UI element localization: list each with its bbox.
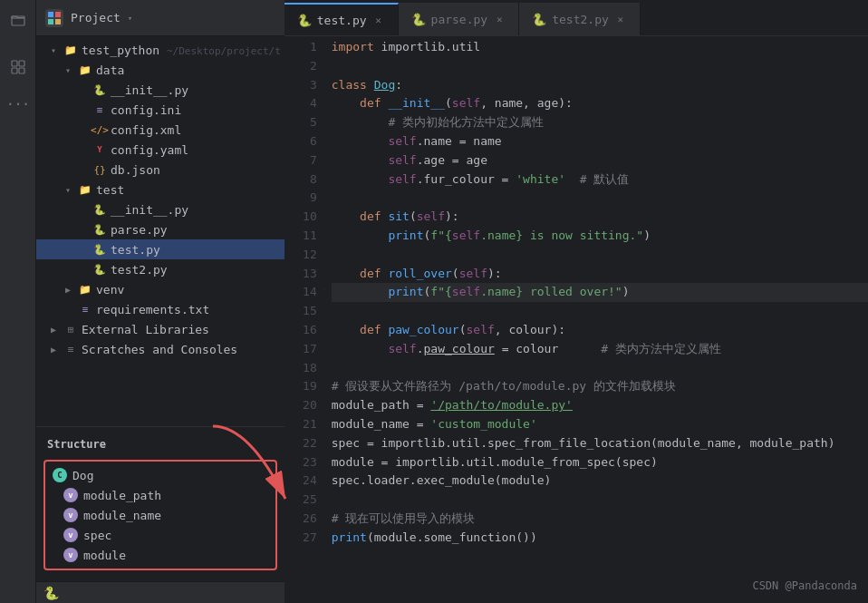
json-file-icon: {} [92,162,107,177]
scratches-label: Scratches and Consoles [82,343,237,356]
tab-close-button[interactable]: ✕ [372,14,385,26]
struct-spec[interactable]: v spec [45,525,275,545]
folder-label: venv [96,283,124,297]
var-icon: v [63,548,78,562]
code-lines: import importlib.util class Dog: def __i… [324,36,868,603]
tree-init-py[interactable]: 🐍 __init__.py [36,80,285,100]
file-label: parse.py [111,223,168,237]
folder-icon: 📁 [78,63,92,77]
tab-test2-py[interactable]: 🐍 test2.py ✕ [519,3,641,35]
svg-rect-3 [12,68,17,73]
code-line: def roll_over(self): [332,265,868,284]
code-editor[interactable]: 1 2 3 4 5 6 7 8 9 10 11 12 13 14 15 16 1… [285,36,868,603]
code-line: # 现在可以使用导入的模块 [332,510,868,529]
struct-label: module_path [83,489,161,502]
file-label: test.py [111,243,160,257]
folder-tool-icon[interactable] [5,7,31,33]
tab-close-button[interactable]: ✕ [493,13,506,25]
tree-config-xml[interactable]: </> config.xml [36,120,285,140]
struct-module-name[interactable]: v module_name [45,505,275,525]
xml-file-icon: </> [92,122,107,137]
var-icon: v [63,508,78,522]
struct-module-path[interactable]: v module_path [45,485,275,505]
yaml-file-icon: Y [92,142,107,157]
code-line [332,302,868,321]
tab-close-button[interactable]: ✕ [614,13,627,25]
svg-rect-8 [55,19,61,24]
project-toolbar: Project ▾ [36,0,285,36]
folder-icon: 📁 [78,182,92,197]
structure-title: Structure [36,434,285,456]
svg-rect-2 [19,61,24,66]
file-label: config.xml [111,123,181,137]
tab-icon: 🐍 [532,13,546,26]
svg-rect-6 [55,12,61,17]
tree-test-py[interactable]: 🐍 test.py [36,239,285,259]
struct-label: spec [83,529,111,542]
struct-label: module_name [83,509,161,522]
app-icon [45,9,63,27]
py-file-icon: 🐍 [92,202,107,217]
struct-label: module [83,549,126,562]
expand-arrow: ▾ [65,185,76,195]
class-icon: C [53,468,67,482]
scratches-icon: ≡ [63,342,78,356]
code-line: # 假设要从文件路径为 /path/to/module.py 的文件加载模块 [332,377,868,396]
tree-external-libs[interactable]: ▶ ⊞ External Libraries [36,319,285,339]
tree-parse-py[interactable]: 🐍 parse.py [36,219,285,239]
py-file-icon: 🐍 [92,83,107,97]
tree-venv-folder[interactable]: ▶ 📁 venv [36,279,285,299]
libs-icon: ⊞ [63,322,78,336]
code-line [332,359,868,378]
line-numbers: 1 2 3 4 5 6 7 8 9 10 11 12 13 14 15 16 1… [285,36,324,603]
code-line: def paw_colour(self, colour): [332,321,868,340]
tree-test-folder[interactable]: ▾ 📁 test [36,180,285,199]
tree-test2-py[interactable]: 🐍 test2.py [36,259,285,279]
code-line: # 类内初始化方法中定义属性 [332,113,868,132]
expand-arrow: ▾ [51,45,62,55]
code-line [332,491,868,510]
svg-rect-5 [48,12,53,17]
tree-config-ini[interactable]: ≡ config.ini [36,100,285,120]
tree-root-folder[interactable]: ▾ 📁 test_python ~/Desktop/project/t [36,40,285,60]
tree-requirements[interactable]: ≡ requirements.txt [36,299,285,319]
code-line: self.fur_colour = 'white' # 默认值 [332,170,868,190]
tree-test-init-py[interactable]: 🐍 __init__.py [36,199,285,219]
tree-db-json[interactable]: {} db.json [36,160,285,180]
tree-scratches[interactable]: ▶ ≡ Scratches and Consoles [36,339,285,359]
py-file-icon: 🐍 [92,262,107,277]
expand-arrow: ▾ [65,65,76,75]
folder-icon: 📁 [63,43,78,57]
var-icon: v [63,488,78,502]
py-file-icon: 🐍 [92,222,107,237]
tab-icon: 🐍 [411,13,426,26]
expand-arrow: ▶ [51,325,62,335]
tab-bar: 🐍 test.py ✕ 🐍 parse.py ✕ 🐍 test2.py ✕ [285,0,868,36]
tree-data-folder[interactable]: ▾ 📁 data [36,60,285,80]
tool-strip: ··· [0,0,36,603]
more-tool-icon[interactable]: ··· [5,91,31,116]
tab-test-py[interactable]: 🐍 test.py ✕ [285,3,399,35]
root-name: test_python ~/Desktop/project/t [82,44,281,57]
struct-dog-class[interactable]: C Dog [45,465,275,485]
file-tree: ▾ 📁 test_python ~/Desktop/project/t ▾ 📁 … [36,36,285,426]
tree-config-yaml[interactable]: Y config.yaml [36,140,285,160]
py-file-icon: 🐍 [92,242,107,257]
file-label: config.ini [111,103,181,117]
code-line: import importlib.util [332,38,868,57]
tab-label: test.py [317,14,367,27]
svg-rect-1 [12,61,17,66]
struct-module[interactable]: v module [45,545,275,565]
structure-tool-icon[interactable] [5,54,31,80]
structure-panel: Structure C Dog v module_path v module_n… [36,426,285,581]
svg-rect-4 [19,68,24,73]
ini-file-icon: ≡ [92,102,107,117]
code-line: module_path = '/path/to/module.py' [332,396,868,415]
code-line: spec.loader.exec_module(module) [332,472,868,491]
code-line [332,57,868,76]
struct-label: Dog [72,469,93,482]
code-line: def sit(self): [332,208,868,227]
chevron-down-icon: ▾ [128,14,132,23]
tab-parse-py[interactable]: 🐍 parse.py ✕ [399,3,520,35]
file-label: requirements.txt [96,303,209,316]
